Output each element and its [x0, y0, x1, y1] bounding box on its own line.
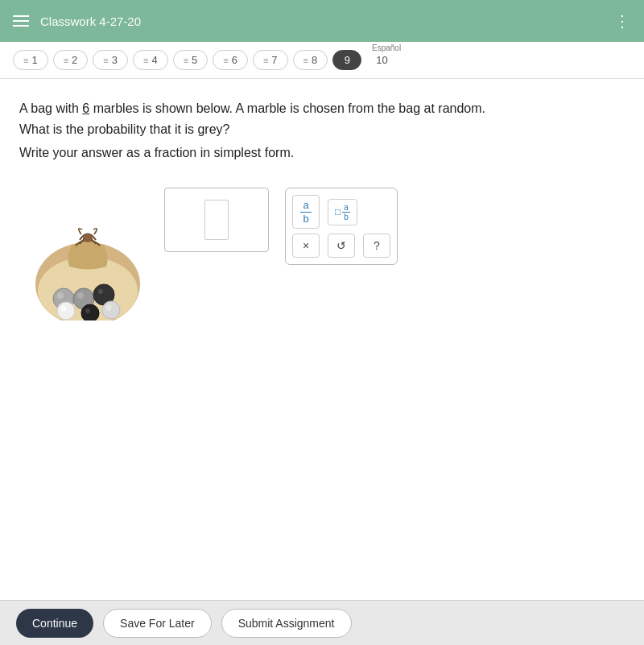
help-button[interactable]: ? — [363, 234, 390, 258]
tab-label-7: 7 — [271, 54, 277, 66]
nav-tab-3[interactable]: ≡3 — [93, 50, 128, 70]
espanol-label: Español — [372, 43, 401, 52]
svg-point-10 — [98, 289, 103, 294]
eq-icon-3: ≡ — [103, 56, 108, 65]
tab-label-2: 2 — [72, 54, 77, 66]
question-line3: Write your answer as a fraction in simpl… — [19, 146, 625, 160]
nav-tab-7[interactable]: ≡7 — [253, 50, 288, 70]
mixed-fraction-button[interactable]: □ a b — [328, 199, 357, 225]
eq-icon-8: ≡ — [303, 56, 308, 65]
tab-label-1: 1 — [31, 54, 37, 66]
more-options-icon[interactable]: ⋮ — [614, 11, 631, 31]
tab-label-10: 10 — [376, 54, 387, 66]
svg-point-8 — [77, 292, 84, 299]
nav-tab-10[interactable]: 10 — [366, 51, 397, 69]
eq-icon-7: ≡ — [263, 56, 268, 65]
eq-icon-5: ≡ — [184, 56, 188, 65]
eq-icon-1: ≡ — [23, 56, 28, 65]
nav-tab-5[interactable]: ≡5 — [173, 50, 208, 70]
main-content: A bag with 6 marbles is shown below. A m… — [0, 79, 644, 600]
undo-button[interactable]: ↺ — [328, 234, 355, 258]
fraction-button[interactable]: a b — [292, 195, 320, 229]
hamburger-menu-icon[interactable] — [13, 15, 29, 27]
nav-tab-2[interactable]: ≡2 — [53, 50, 89, 70]
submit-assignment-button[interactable]: Submit Assignment — [221, 609, 352, 638]
marble-bag-image — [19, 180, 148, 320]
tab-label-8: 8 — [312, 54, 317, 66]
svg-point-6 — [57, 292, 64, 299]
tab-label-6: 6 — [232, 54, 237, 66]
tab-label-4: 4 — [151, 54, 157, 66]
tab-label-3: 3 — [112, 54, 118, 66]
continue-button[interactable]: Continue — [16, 609, 93, 638]
svg-point-15 — [102, 301, 120, 319]
math-toolbar: a b □ a b × ↺ ? — [285, 188, 398, 265]
save-for-later-button[interactable]: Save For Later — [103, 609, 212, 638]
question-line1: A bag with 6 marbles is shown below. A m… — [19, 98, 625, 139]
nav-tab-9[interactable]: 9 — [332, 50, 361, 70]
svg-point-13 — [81, 304, 99, 320]
svg-point-11 — [57, 302, 75, 320]
eq-icon-6: ≡ — [223, 56, 228, 65]
multiply-button[interactable]: × — [292, 234, 320, 258]
tab-label-9: 9 — [345, 54, 350, 66]
app-header: Classwork 4-27-20 ⋮ — [0, 0, 644, 42]
toolbar-row-2: × ↺ ? — [292, 234, 390, 258]
question-nav: Español ≡1 ≡2 ≡3 ≡4 ≡5 ≡6 ≡7 ≡8 9 10 — [0, 42, 644, 79]
svg-point-16 — [106, 305, 112, 311]
svg-point-12 — [61, 306, 67, 312]
answer-area: a b □ a b × ↺ ? — [19, 180, 625, 320]
svg-point-14 — [85, 308, 90, 313]
header-left: Classwork 4-27-20 — [13, 14, 141, 28]
nav-tab-8[interactable]: ≡8 — [293, 50, 328, 70]
footer: Continue Save For Later Submit Assignmen… — [0, 600, 644, 645]
eq-icon-2: ≡ — [64, 56, 68, 65]
tab-label-5: 5 — [192, 54, 197, 66]
toolbar-row-1: a b □ a b — [292, 195, 390, 229]
eq-icon-4: ≡ — [143, 56, 148, 65]
nav-tab-4[interactable]: ≡4 — [133, 50, 168, 70]
nav-tab-6[interactable]: ≡6 — [213, 50, 248, 70]
fraction-input[interactable] — [164, 188, 269, 252]
header-title: Classwork 4-27-20 — [40, 14, 141, 28]
nav-tab-1[interactable]: ≡1 — [13, 50, 48, 70]
